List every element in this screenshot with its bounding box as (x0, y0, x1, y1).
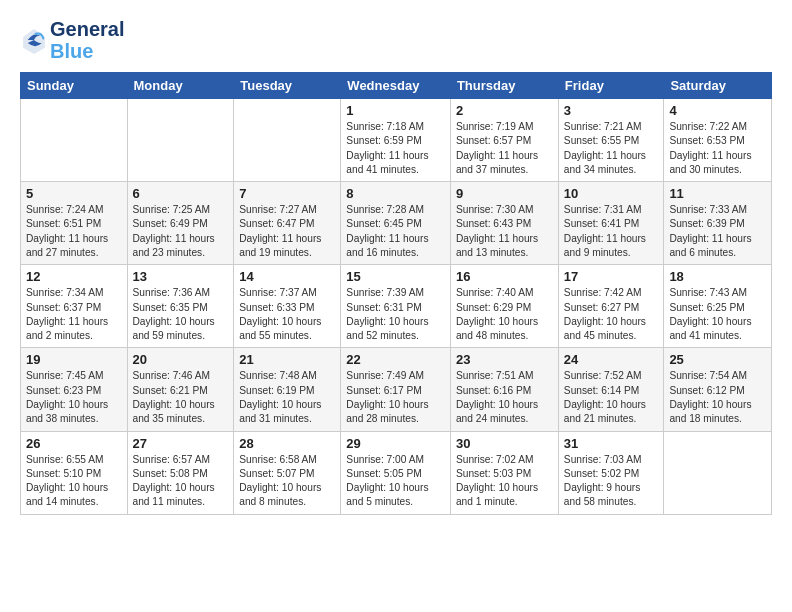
day-number: 3 (564, 103, 659, 118)
calendar-cell: 13Sunrise: 7:36 AMSunset: 6:35 PMDayligh… (127, 265, 234, 348)
col-header-saturday: Saturday (664, 73, 772, 99)
day-info: Sunrise: 7:42 AMSunset: 6:27 PMDaylight:… (564, 286, 659, 343)
day-info: Sunrise: 7:43 AMSunset: 6:25 PMDaylight:… (669, 286, 766, 343)
calendar-cell: 10Sunrise: 7:31 AMSunset: 6:41 PMDayligh… (558, 182, 664, 265)
calendar-cell (127, 99, 234, 182)
day-number: 6 (133, 186, 229, 201)
calendar-cell: 16Sunrise: 7:40 AMSunset: 6:29 PMDayligh… (450, 265, 558, 348)
calendar-cell: 5Sunrise: 7:24 AMSunset: 6:51 PMDaylight… (21, 182, 128, 265)
day-info: Sunrise: 6:57 AMSunset: 5:08 PMDaylight:… (133, 453, 229, 510)
header: General Blue (20, 18, 772, 62)
day-info: Sunrise: 7:33 AMSunset: 6:39 PMDaylight:… (669, 203, 766, 260)
col-header-sunday: Sunday (21, 73, 128, 99)
day-info: Sunrise: 7:39 AMSunset: 6:31 PMDaylight:… (346, 286, 445, 343)
day-info: Sunrise: 7:52 AMSunset: 6:14 PMDaylight:… (564, 369, 659, 426)
calendar-cell: 1Sunrise: 7:18 AMSunset: 6:59 PMDaylight… (341, 99, 451, 182)
calendar-cell: 15Sunrise: 7:39 AMSunset: 6:31 PMDayligh… (341, 265, 451, 348)
day-number: 28 (239, 436, 335, 451)
col-header-wednesday: Wednesday (341, 73, 451, 99)
day-info: Sunrise: 7:45 AMSunset: 6:23 PMDaylight:… (26, 369, 122, 426)
day-info: Sunrise: 7:28 AMSunset: 6:45 PMDaylight:… (346, 203, 445, 260)
day-info: Sunrise: 7:18 AMSunset: 6:59 PMDaylight:… (346, 120, 445, 177)
logo-icon (20, 26, 48, 54)
day-number: 9 (456, 186, 553, 201)
day-info: Sunrise: 7:37 AMSunset: 6:33 PMDaylight:… (239, 286, 335, 343)
day-number: 10 (564, 186, 659, 201)
calendar-cell: 7Sunrise: 7:27 AMSunset: 6:47 PMDaylight… (234, 182, 341, 265)
col-header-friday: Friday (558, 73, 664, 99)
day-info: Sunrise: 7:21 AMSunset: 6:55 PMDaylight:… (564, 120, 659, 177)
day-info: Sunrise: 7:00 AMSunset: 5:05 PMDaylight:… (346, 453, 445, 510)
day-number: 25 (669, 352, 766, 367)
calendar-cell (234, 99, 341, 182)
calendar-week-row: 12Sunrise: 7:34 AMSunset: 6:37 PMDayligh… (21, 265, 772, 348)
calendar-week-row: 5Sunrise: 7:24 AMSunset: 6:51 PMDaylight… (21, 182, 772, 265)
calendar-cell (21, 99, 128, 182)
col-header-tuesday: Tuesday (234, 73, 341, 99)
day-info: Sunrise: 7:25 AMSunset: 6:49 PMDaylight:… (133, 203, 229, 260)
day-number: 11 (669, 186, 766, 201)
day-info: Sunrise: 6:58 AMSunset: 5:07 PMDaylight:… (239, 453, 335, 510)
day-info: Sunrise: 7:03 AMSunset: 5:02 PMDaylight:… (564, 453, 659, 510)
day-number: 4 (669, 103, 766, 118)
day-info: Sunrise: 7:24 AMSunset: 6:51 PMDaylight:… (26, 203, 122, 260)
calendar-cell: 30Sunrise: 7:02 AMSunset: 5:03 PMDayligh… (450, 431, 558, 514)
calendar-cell: 23Sunrise: 7:51 AMSunset: 6:16 PMDayligh… (450, 348, 558, 431)
day-info: Sunrise: 7:48 AMSunset: 6:19 PMDaylight:… (239, 369, 335, 426)
col-header-thursday: Thursday (450, 73, 558, 99)
calendar-cell: 4Sunrise: 7:22 AMSunset: 6:53 PMDaylight… (664, 99, 772, 182)
day-number: 23 (456, 352, 553, 367)
day-info: Sunrise: 7:51 AMSunset: 6:16 PMDaylight:… (456, 369, 553, 426)
calendar-cell: 21Sunrise: 7:48 AMSunset: 6:19 PMDayligh… (234, 348, 341, 431)
day-info: Sunrise: 6:55 AMSunset: 5:10 PMDaylight:… (26, 453, 122, 510)
day-info: Sunrise: 7:34 AMSunset: 6:37 PMDaylight:… (26, 286, 122, 343)
day-number: 5 (26, 186, 122, 201)
day-number: 19 (26, 352, 122, 367)
calendar-cell: 20Sunrise: 7:46 AMSunset: 6:21 PMDayligh… (127, 348, 234, 431)
calendar-cell: 11Sunrise: 7:33 AMSunset: 6:39 PMDayligh… (664, 182, 772, 265)
day-number: 14 (239, 269, 335, 284)
calendar-cell: 24Sunrise: 7:52 AMSunset: 6:14 PMDayligh… (558, 348, 664, 431)
day-number: 30 (456, 436, 553, 451)
day-info: Sunrise: 7:40 AMSunset: 6:29 PMDaylight:… (456, 286, 553, 343)
logo-text: General Blue (50, 18, 124, 62)
day-number: 12 (26, 269, 122, 284)
calendar-cell: 2Sunrise: 7:19 AMSunset: 6:57 PMDaylight… (450, 99, 558, 182)
day-number: 15 (346, 269, 445, 284)
day-number: 21 (239, 352, 335, 367)
calendar-week-row: 26Sunrise: 6:55 AMSunset: 5:10 PMDayligh… (21, 431, 772, 514)
day-number: 27 (133, 436, 229, 451)
day-number: 29 (346, 436, 445, 451)
col-header-monday: Monday (127, 73, 234, 99)
day-info: Sunrise: 7:49 AMSunset: 6:17 PMDaylight:… (346, 369, 445, 426)
day-number: 20 (133, 352, 229, 367)
calendar-cell: 26Sunrise: 6:55 AMSunset: 5:10 PMDayligh… (21, 431, 128, 514)
day-number: 22 (346, 352, 445, 367)
calendar-week-row: 1Sunrise: 7:18 AMSunset: 6:59 PMDaylight… (21, 99, 772, 182)
calendar-cell: 25Sunrise: 7:54 AMSunset: 6:12 PMDayligh… (664, 348, 772, 431)
day-info: Sunrise: 7:19 AMSunset: 6:57 PMDaylight:… (456, 120, 553, 177)
calendar-cell: 31Sunrise: 7:03 AMSunset: 5:02 PMDayligh… (558, 431, 664, 514)
day-info: Sunrise: 7:46 AMSunset: 6:21 PMDaylight:… (133, 369, 229, 426)
calendar-cell: 19Sunrise: 7:45 AMSunset: 6:23 PMDayligh… (21, 348, 128, 431)
calendar-cell: 12Sunrise: 7:34 AMSunset: 6:37 PMDayligh… (21, 265, 128, 348)
calendar-cell: 14Sunrise: 7:37 AMSunset: 6:33 PMDayligh… (234, 265, 341, 348)
day-number: 13 (133, 269, 229, 284)
day-number: 31 (564, 436, 659, 451)
calendar-cell: 29Sunrise: 7:00 AMSunset: 5:05 PMDayligh… (341, 431, 451, 514)
calendar-cell: 3Sunrise: 7:21 AMSunset: 6:55 PMDaylight… (558, 99, 664, 182)
day-number: 26 (26, 436, 122, 451)
calendar-cell: 28Sunrise: 6:58 AMSunset: 5:07 PMDayligh… (234, 431, 341, 514)
day-number: 16 (456, 269, 553, 284)
calendar-header-row: SundayMondayTuesdayWednesdayThursdayFrid… (21, 73, 772, 99)
day-info: Sunrise: 7:54 AMSunset: 6:12 PMDaylight:… (669, 369, 766, 426)
logo: General Blue (20, 18, 124, 62)
calendar-cell: 8Sunrise: 7:28 AMSunset: 6:45 PMDaylight… (341, 182, 451, 265)
day-info: Sunrise: 7:30 AMSunset: 6:43 PMDaylight:… (456, 203, 553, 260)
day-info: Sunrise: 7:27 AMSunset: 6:47 PMDaylight:… (239, 203, 335, 260)
calendar-cell: 17Sunrise: 7:42 AMSunset: 6:27 PMDayligh… (558, 265, 664, 348)
day-info: Sunrise: 7:31 AMSunset: 6:41 PMDaylight:… (564, 203, 659, 260)
calendar-cell: 18Sunrise: 7:43 AMSunset: 6:25 PMDayligh… (664, 265, 772, 348)
day-number: 2 (456, 103, 553, 118)
day-info: Sunrise: 7:22 AMSunset: 6:53 PMDaylight:… (669, 120, 766, 177)
